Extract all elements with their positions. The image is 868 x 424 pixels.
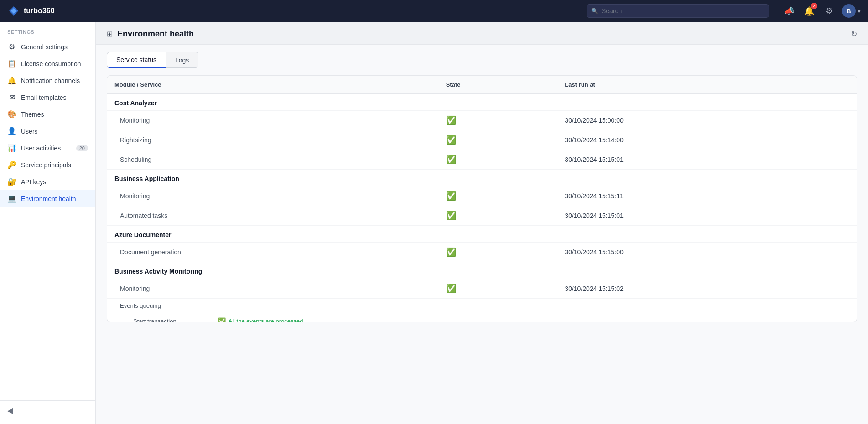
last-run: 30/10/2024 15:15:01 [557,206,857,226]
table-container: Module / Service State Last run at Cost … [107,75,857,322]
avatar: B [842,4,856,18]
table-header-row: Module / Service State Last run at [107,76,857,94]
search-input[interactable] [587,4,769,18]
sidebar-item-label: Service principals [21,161,71,169]
settings-button[interactable]: ⚙ [822,4,837,18]
table-row: Monitoring ✅ 30/10/2024 15:15:02 [107,279,857,299]
sidebar-item-label: Themes [21,111,44,118]
sidebar-footer: ◀ [0,400,95,420]
notifications-button[interactable]: 🔔 3 [802,4,816,18]
tab-logs[interactable]: Logs [166,52,198,68]
status-ok-icon: ✅ [446,191,456,201]
tabs-bar: Service status Logs [96,45,868,68]
service-name: Monitoring [107,279,439,299]
sidebar-item-label: Environment health [21,195,76,202]
service-state: ✅ [439,186,558,206]
group-label: Business Activity Monitoring [107,262,857,279]
sidebar-item-environment-health[interactable]: 💻 Environment health [0,190,95,207]
email-icon: ✉ [7,93,16,102]
status-ok-icon: ✅ [446,211,456,220]
table-row: Document generation ✅ 30/10/2024 15:15:0… [107,243,857,262]
sidebar-item-users[interactable]: 👤 Users [0,123,95,140]
col-last-run-at: Last run at [557,76,857,94]
sidebar-item-themes[interactable]: 🎨 Themes [0,106,95,123]
status-ok-icon: ✅ [446,284,456,293]
sidebar-item-api-keys[interactable]: 🔐 API keys [0,173,95,190]
col-module-service: Module / Service [107,76,439,94]
services-table: Module / Service State Last run at Cost … [107,76,857,322]
col-state: State [439,76,558,94]
check-circle-icon: ✅ [218,317,226,322]
last-run: 30/10/2024 15:15:00 [557,243,857,262]
table-row: Monitoring ✅ 30/10/2024 15:00:00 [107,111,857,130]
sidebar-item-license-consumption[interactable]: 📋 License consumption [0,55,95,72]
sidebar-section-label: SETTINGS [0,22,95,38]
last-run: 30/10/2024 15:15:01 [557,150,857,170]
group-cost-analyzer: Cost Analyzer [107,94,857,111]
service-name: Scheduling [107,150,439,170]
service-state: ✅ [439,111,558,130]
page-title: Environment health [117,29,194,39]
search-icon: 🔍 [591,8,598,14]
environment-health-icon: 💻 [7,194,16,203]
sidebar-item-user-activities[interactable]: 📊 User activities 20 [0,140,95,156]
refresh-button[interactable]: ↻ [851,30,857,38]
service-state: ✅ [439,279,558,299]
service-name: Document generation [107,243,439,262]
events-queuing-label-row: Events queuing [107,299,857,311]
table-row: Automated tasks ✅ 30/10/2024 15:15:01 [107,206,857,226]
service-name: Automated tasks [107,206,439,226]
user-activities-icon: 📊 [7,144,16,152]
service-state: ✅ [439,206,558,226]
group-business-activity-monitoring: Business Activity Monitoring [107,262,857,279]
sidebar-item-label: General settings [21,43,68,51]
last-run: 30/10/2024 15:00:00 [557,111,857,130]
megaphone-icon: 📣 [784,6,794,16]
sidebar-item-label: License consumption [21,60,81,67]
license-icon: 📋 [7,59,16,68]
service-name: Monitoring [107,111,439,130]
tab-service-status[interactable]: Service status [107,52,166,68]
sidebar-item-notification-channels[interactable]: 🔔 Notification channels [0,72,95,89]
status-ok-icon: ✅ [446,155,456,164]
page-header: ⊞ Environment health ↻ [96,22,868,45]
last-run: 30/10/2024 15:15:02 [557,279,857,299]
service-principals-icon: 🔑 [7,160,16,169]
sidebar-item-label: Email templates [21,94,67,101]
app-logo[interactable]: turbo360 [7,5,55,17]
app-name: turbo360 [24,7,55,15]
group-label: Azure Documenter [107,226,857,243]
collapse-button[interactable]: ◀ [7,406,13,415]
group-label: Business Application [107,170,857,186]
service-name: Monitoring [107,186,439,206]
megaphone-button[interactable]: 📣 [782,4,796,18]
sidebar: SETTINGS ⚙ General settings 📋 License co… [0,22,96,424]
page-title-row: ⊞ Environment health [107,29,194,39]
sidebar-item-service-principals[interactable]: 🔑 Service principals [0,156,95,173]
status-ok-icon: ✅ [446,116,456,125]
chevron-left-icon: ◀ [7,406,13,415]
event-name: Start transaction [120,314,212,322]
sidebar-item-label: API keys [21,178,46,186]
refresh-icon: ↻ [851,30,857,38]
table-wrapper[interactable]: Module / Service State Last run at Cost … [107,76,857,322]
list-item: Start transaction ✅ All the events are p… [120,314,849,322]
navbar-actions: 📣 🔔 3 ⚙ B ▾ [782,4,861,18]
table-row: Scheduling ✅ 30/10/2024 15:15:01 [107,150,857,170]
event-status-label: All the events are processed [229,318,303,322]
logo-icon [7,5,20,17]
app-layout: SETTINGS ⚙ General settings 📋 License co… [0,22,868,424]
user-avatar-wrapper[interactable]: B ▾ [842,4,861,18]
last-run: 30/10/2024 15:14:00 [557,130,857,150]
sidebar-item-label: User activities [21,145,61,152]
table-row: Monitoring ✅ 30/10/2024 15:15:11 [107,186,857,206]
sidebar-item-email-templates[interactable]: ✉ Email templates [0,89,95,106]
notification-icon: 🔔 [7,76,16,85]
event-status: ✅ All the events are processed [212,314,849,322]
sidebar-item-general-settings[interactable]: ⚙ General settings [0,38,95,55]
service-state: ✅ [439,130,558,150]
gear-icon: ⚙ [826,6,833,16]
events-queuing-table: Start transaction ✅ All the events are p… [120,313,849,322]
group-label: Cost Analyzer [107,94,857,111]
group-azure-documenter: Azure Documenter [107,226,857,243]
